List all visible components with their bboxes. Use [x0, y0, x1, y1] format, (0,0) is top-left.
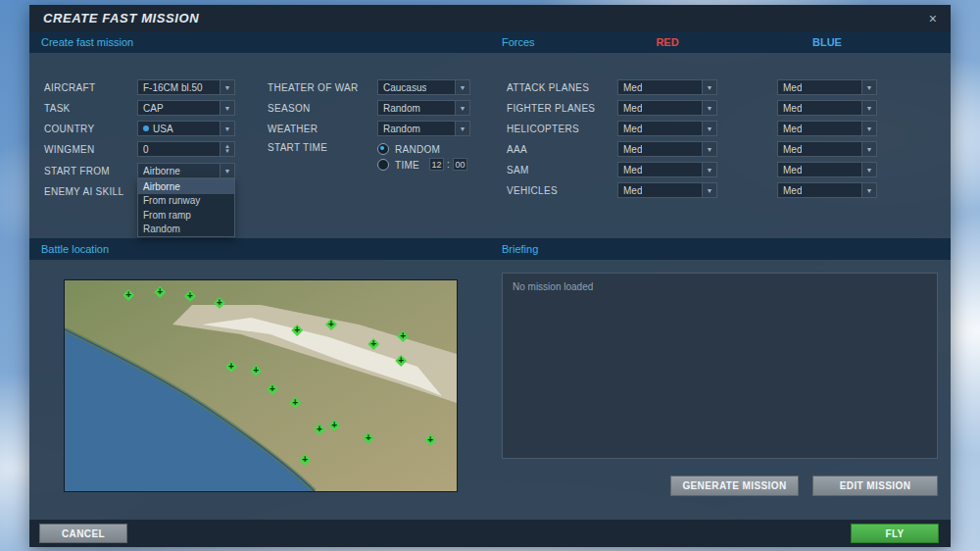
blue-sam-value: Med — [783, 165, 802, 175]
chevron-down-icon[interactable]: ▼ — [702, 101, 716, 115]
blue-helicopters-select[interactable]: Med ▼ — [777, 121, 877, 136]
map-marker-icon[interactable] — [368, 338, 379, 350]
red-fighter-planes-select[interactable]: Med ▼ — [617, 100, 717, 116]
map-marker-icon[interactable] — [250, 365, 262, 376]
red-sam-select[interactable]: Med ▼ — [617, 162, 717, 177]
country-value: USA — [153, 124, 173, 134]
wingmen-value: 0 — [143, 144, 149, 155]
map-marker-icon[interactable] — [291, 325, 303, 336]
blue-sam-select[interactable]: Med ▼ — [777, 162, 877, 177]
map-marker-icon[interactable] — [424, 434, 436, 446]
chevron-down-icon[interactable]: ▼ — [861, 122, 876, 135]
chevron-down-icon[interactable]: ▼ — [702, 122, 716, 135]
chevron-down-icon[interactable]: ▼ — [220, 80, 234, 94]
chevron-down-icon[interactable]: ▼ — [220, 122, 234, 135]
map-marker-icon[interactable] — [122, 289, 134, 301]
chevron-down-icon[interactable]: ▼ — [702, 142, 716, 156]
section-header-briefing: Briefing — [490, 238, 951, 260]
red-fighter-planes-value: Med — [623, 103, 642, 114]
blue-coalition-label: BLUE — [777, 36, 877, 48]
map-marker-icon[interactable] — [267, 383, 278, 395]
chevron-down-icon[interactable]: ▼ — [455, 80, 469, 94]
chevron-down-icon[interactable]: ▼ — [455, 122, 469, 135]
map-marker-icon[interactable] — [314, 424, 325, 435]
chevron-down-icon[interactable]: ▼ — [220, 101, 234, 115]
season-label: SEASON — [268, 103, 310, 114]
spinner-arrows-icon[interactable]: ▲▼ — [220, 142, 234, 156]
blue-vehicles-select[interactable]: Med ▼ — [777, 182, 877, 198]
close-icon[interactable]: × — [929, 12, 937, 25]
radio-unchecked-icon — [377, 159, 389, 171]
map-marker-icon[interactable] — [214, 297, 225, 309]
start-from-option-runway[interactable]: From runway — [138, 194, 234, 209]
hour-input[interactable]: 12 — [429, 158, 444, 171]
map-marker-icon[interactable] — [328, 420, 340, 431]
blue-attack-planes-select[interactable]: Med ▼ — [777, 79, 877, 95]
map-marker-icon[interactable] — [395, 355, 407, 367]
cancel-button[interactable]: CANCEL — [39, 524, 127, 543]
time-separator: : — [447, 159, 450, 170]
task-select[interactable]: CAP ▼ — [137, 100, 235, 116]
chevron-down-icon[interactable]: ▼ — [220, 164, 234, 177]
start-from-option-random[interactable]: Random — [138, 223, 234, 237]
start-time-time-radio[interactable]: TIME — [377, 159, 419, 171]
briefing-text[interactable]: No mission loaded — [502, 273, 938, 459]
chevron-down-icon[interactable]: ▼ — [861, 101, 876, 115]
start-time-random-radio[interactable]: RANDOM — [377, 143, 440, 155]
map-marker-icon[interactable] — [154, 286, 166, 298]
start-from-option-ramp[interactable]: From ramp — [138, 208, 234, 223]
red-vehicles-select[interactable]: Med ▼ — [617, 182, 717, 198]
map-marker-icon[interactable] — [325, 319, 337, 330]
red-helicopters-select[interactable]: Med ▼ — [617, 121, 717, 136]
screen: CREATE FAST MISSION × Create fast missio… — [0, 0, 980, 551]
start-from-select[interactable]: Airborne ▼ — [137, 163, 235, 178]
aircraft-select[interactable]: F-16CM bl.50 ▼ — [137, 79, 235, 95]
wingmen-label: WINGMEN — [44, 144, 95, 155]
chevron-down-icon[interactable]: ▼ — [861, 80, 876, 94]
chevron-down-icon[interactable]: ▼ — [702, 80, 716, 94]
weather-select[interactable]: Random ▼ — [377, 121, 470, 136]
blue-attack-planes-value: Med — [783, 82, 802, 93]
start-from-label: START FROM — [44, 166, 110, 176]
blue-fighter-planes-value: Med — [783, 103, 802, 114]
weather-label: WEATHER — [268, 124, 318, 134]
map-marker-icon[interactable] — [289, 397, 301, 409]
blue-vehicles-value: Med — [783, 185, 802, 196]
chevron-down-icon[interactable]: ▼ — [702, 163, 716, 176]
map-marker-icon[interactable] — [184, 290, 196, 302]
red-aaa-select[interactable]: Med ▼ — [617, 141, 717, 157]
season-value: Random — [383, 103, 420, 114]
map-marker-icon[interactable] — [225, 361, 237, 373]
random-radio-label: RANDOM — [395, 144, 440, 155]
theater-select[interactable]: Caucasus ▼ — [377, 79, 470, 95]
battle-map[interactable] — [64, 279, 458, 492]
minute-input[interactable]: 00 — [453, 158, 467, 171]
map-marker-icon[interactable] — [397, 330, 409, 342]
map-marker-icon[interactable] — [299, 454, 311, 466]
wingmen-stepper[interactable]: 0 ▲▼ — [137, 141, 235, 157]
chevron-down-icon[interactable]: ▼ — [861, 163, 876, 176]
edit-mission-button[interactable]: EDIT MISSION — [812, 476, 938, 496]
chevron-down-icon[interactable]: ▼ — [861, 142, 876, 156]
chevron-down-icon[interactable]: ▼ — [702, 183, 716, 197]
blue-fighter-planes-select[interactable]: Med ▼ — [777, 100, 877, 116]
blue-aaa-value: Med — [783, 144, 802, 155]
task-label: TASK — [44, 103, 71, 114]
blue-helicopters-value: Med — [783, 124, 802, 134]
start-time-label: START TIME — [268, 142, 327, 153]
season-select[interactable]: Random ▼ — [377, 100, 470, 116]
map-marker-icon[interactable] — [363, 432, 374, 444]
blue-aaa-select[interactable]: Med ▼ — [777, 141, 877, 157]
aircraft-value: F-16CM bl.50 — [143, 82, 203, 93]
aircraft-label: AIRCRAFT — [44, 82, 95, 93]
theater-label: THEATER OF WAR — [268, 82, 359, 93]
fly-button[interactable]: FLY — [851, 524, 939, 543]
aaa-label: AAA — [507, 144, 527, 155]
generate-mission-button[interactable]: GENERATE MISSION — [670, 476, 799, 496]
country-select[interactable]: USA ▼ — [137, 121, 235, 136]
start-from-options: Airborne From runway From ramp Random — [137, 178, 235, 237]
red-attack-planes-select[interactable]: Med ▼ — [617, 79, 717, 95]
chevron-down-icon[interactable]: ▼ — [861, 183, 876, 197]
chevron-down-icon[interactable]: ▼ — [455, 101, 469, 115]
start-from-option-airborne[interactable]: Airborne — [138, 179, 234, 194]
